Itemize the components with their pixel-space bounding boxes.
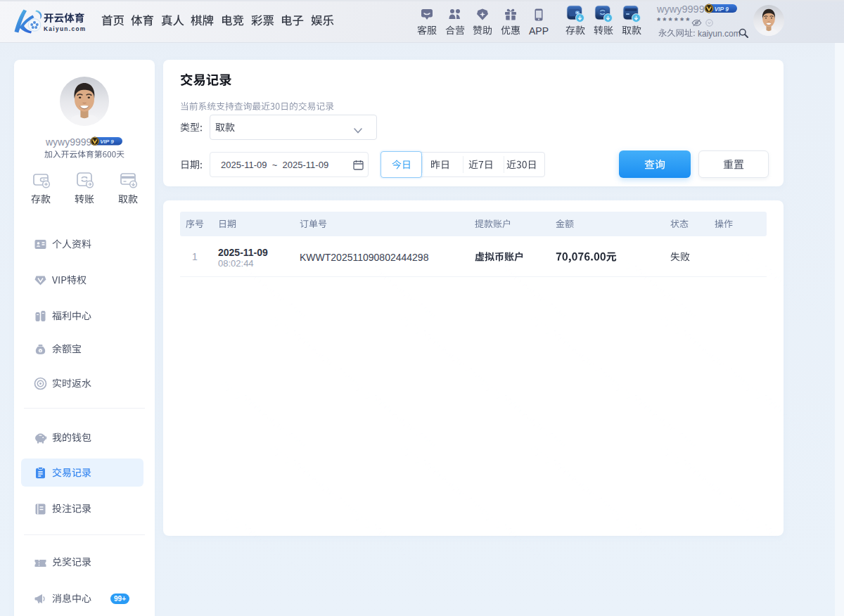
svg-text:VIP 9: VIP 9	[100, 139, 114, 145]
svg-text:VIP 9: VIP 9	[715, 6, 729, 13]
